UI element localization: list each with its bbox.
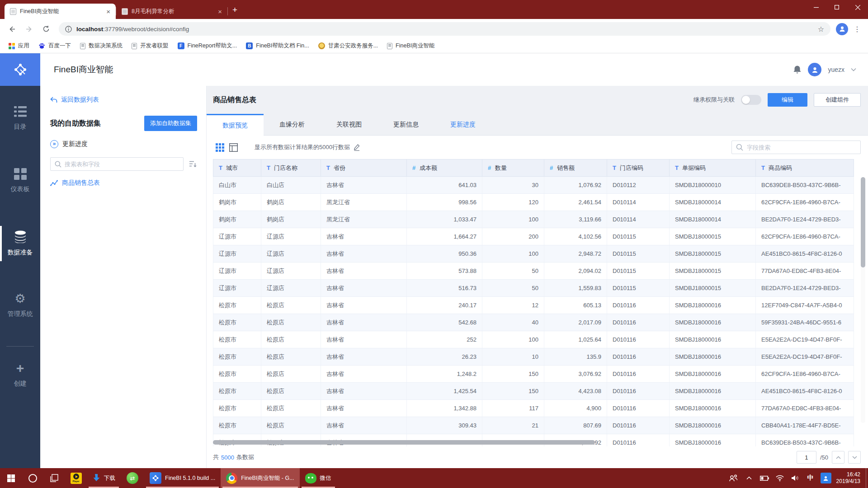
tray-expand-chevron[interactable] (741, 468, 757, 488)
edit-pencil-icon[interactable] (354, 144, 360, 151)
table-row[interactable]: 辽源市辽源店吉林省 516.73501,559.83 D010115SMDBJ1… (213, 280, 854, 297)
col-header-product-code[interactable]: T商品编码 (756, 160, 854, 177)
green-app-button[interactable]: ⇄ (121, 468, 144, 488)
user-avatar[interactable] (808, 63, 821, 76)
browser-tab-analysis[interactable]: 8月毛利异常分析 × (116, 4, 227, 19)
table-row[interactable]: 辽源市辽源店吉林省 573.88502,094.02 D010115SMDBJ1… (213, 263, 854, 280)
tab-lineage-analysis[interactable]: 血缘分析 (264, 114, 321, 135)
previous-page-button[interactable] (832, 451, 844, 464)
table-row[interactable]: 白山市白山店吉林省 641.03301,076.92 D010112SMDBJ1… (213, 177, 854, 194)
tab-relation-view[interactable]: 关联视图 (321, 114, 377, 135)
table-row[interactable]: 松原市松原店吉林省 26.2310135.9 D010116SMDBJ18000… (213, 348, 854, 366)
volume-icon[interactable] (788, 468, 803, 488)
browser-tab-finebi[interactable]: FineBI商业智能 × (5, 4, 116, 19)
table-row[interactable]: 松原市松原店吉林省 1,248.21503,076.92 D010116SMDB… (213, 366, 854, 383)
table-search-input[interactable] (65, 161, 179, 168)
col-header-cost[interactable]: #成本额 (407, 160, 482, 177)
bookmark-baidu[interactable]: 百度一下 (34, 40, 75, 52)
sidebar-item-create[interactable]: + 创建 (0, 362, 40, 388)
table-row[interactable]: 松原市松原店吉林省 240.1712605.13 D010116SMDBJ180… (213, 297, 854, 314)
page-number-input[interactable] (797, 451, 816, 464)
table-row[interactable]: 松原市松原店吉林省 1,425.541504,423.08 D010116SMD… (213, 383, 854, 400)
grid-view-icon[interactable] (213, 141, 226, 154)
table-row[interactable]: 松原市松原店吉林省 542.68402,017.09 D010116SMDBJ1… (213, 314, 854, 331)
sidebar-item-admin[interactable]: ⚙ 管理系统 (0, 293, 40, 318)
field-search-input[interactable] (747, 144, 856, 151)
col-header-store[interactable]: T门店名称 (261, 160, 321, 177)
col-header-city[interactable]: T城市 (213, 160, 261, 177)
table-row[interactable]: 松原市松原店吉林省 2521001,025.64 D010116SMDBJ180… (213, 331, 854, 348)
chevron-down-icon[interactable] (851, 68, 856, 71)
minimize-button[interactable] (806, 0, 826, 14)
add-dataset-button[interactable]: 添加自助数据集 (144, 116, 197, 131)
wifi-icon[interactable] (772, 468, 788, 488)
table-row[interactable]: 鹤岗市鹤岗店黑龙江省 1,033.471003,119.66 D010114SM… (213, 211, 854, 228)
tab-update-progress[interactable]: 更新进度 (434, 114, 491, 135)
bookmark-finereport-help[interactable]: F FineReport帮助文... (174, 40, 241, 52)
col-header-sales[interactable]: #销售额 (544, 160, 607, 177)
bookmark-developer[interactable]: 开发者联盟 (127, 40, 173, 52)
vertical-scrollbar[interactable] (861, 177, 865, 423)
address-bar[interactable]: localhost:37799/webroot/decision#config … (59, 22, 830, 36)
new-tab-button[interactable]: + (232, 5, 237, 15)
ime-indicator[interactable]: 中 (803, 468, 818, 488)
cortana-button[interactable] (22, 468, 43, 488)
edit-button[interactable]: 编辑 (768, 93, 807, 107)
sort-filter-icon[interactable] (189, 160, 197, 168)
next-page-button[interactable] (848, 451, 861, 464)
browser-profile-avatar[interactable] (836, 23, 848, 35)
close-tab-icon[interactable]: × (106, 8, 110, 15)
col-header-qty[interactable]: #数量 (482, 160, 544, 177)
table-row[interactable]: 松原市松原店吉林省 1,342.881174,900 D010116SMDBJ1… (213, 400, 854, 417)
taskbar-clock[interactable]: 16:42 2019/4/13 (834, 471, 866, 485)
finebi-desktop-button[interactable]: FineBI 5.1.0 build ... (144, 468, 221, 488)
start-button[interactable] (0, 468, 22, 488)
table-row[interactable]: 鹤岗市鹤岗店黑龙江省 998.561202,461.54 D010114SMDB… (213, 194, 854, 211)
media-player-button[interactable]: Player (65, 468, 87, 488)
battery-icon[interactable] (757, 468, 772, 488)
col-header-store-code[interactable]: T门店编码 (607, 160, 670, 177)
back-button[interactable] (5, 22, 19, 36)
bookmark-finebi-bi[interactable]: FineBI商业智能 (383, 40, 439, 52)
update-progress-link[interactable]: » 更新进度 (50, 140, 197, 148)
back-to-list-link[interactable]: 返回数据列表 (50, 96, 197, 104)
bookmark-apps[interactable]: 应用 (5, 40, 33, 52)
people-icon[interactable] (726, 468, 741, 488)
sidebar-item-data-prep[interactable]: 数据准备 (0, 230, 40, 257)
sidebar-item-dashboard[interactable]: 仪表板 (0, 168, 40, 193)
dataset-item-sales-table[interactable]: 商品销售总表 (50, 179, 197, 187)
table-row[interactable]: 辽源市辽源店吉林省 1,664.272004,102.56 D010115SMD… (213, 228, 854, 245)
close-window-button[interactable] (847, 0, 868, 14)
tray-messenger-icon[interactable] (818, 468, 834, 488)
col-header-doc-code[interactable]: T单据编码 (670, 160, 756, 177)
wechat-button[interactable]: 微信 (300, 468, 337, 488)
table-row[interactable]: 松原市松原店吉林省 309.4321807.69 D010116SMDBJ180… (213, 417, 854, 434)
show-desktop-button[interactable] (866, 468, 868, 488)
bookmark-decision-system[interactable]: 数据决策系统 (76, 40, 127, 52)
browser-menu-icon[interactable]: ⋮ (851, 25, 863, 33)
tab-data-preview[interactable]: 数据预览 (207, 114, 264, 136)
chrome-window-button[interactable]: FineBI商业智能 - G... (221, 468, 299, 488)
bookmark-star-icon[interactable]: ☆ (818, 25, 824, 33)
downloads-button[interactable]: 下载 (87, 468, 121, 488)
sidebar-item-catalog[interactable]: 目录 (0, 106, 40, 131)
tab-update-info[interactable]: 更新信息 (377, 114, 434, 135)
bookmark-finebi-help[interactable]: B FineBI帮助文档 Fin... (242, 40, 313, 52)
bookmark-gansu-police[interactable]: 甘肃公安政务服务... (314, 40, 382, 52)
field-search-box[interactable] (731, 141, 861, 154)
task-view-button[interactable] (43, 468, 65, 488)
inherit-permission-toggle[interactable] (741, 95, 761, 105)
table-search-box[interactable] (50, 157, 184, 171)
close-tab-icon[interactable]: × (218, 8, 222, 15)
horizontal-scrollbar[interactable] (213, 440, 850, 445)
create-component-button[interactable]: 创建组件 (814, 93, 861, 107)
table-row[interactable]: 辽源市辽源店吉林省 950.361002,948.72 D010115SMDBJ… (213, 245, 854, 263)
refresh-button[interactable] (39, 22, 53, 36)
maximize-button[interactable] (826, 0, 847, 14)
col-header-province[interactable]: T省份 (321, 160, 407, 177)
forward-button[interactable] (22, 22, 36, 36)
finebi-logo[interactable] (0, 53, 40, 86)
total-count[interactable]: 5000 (221, 454, 234, 461)
notification-bell-icon[interactable] (793, 65, 802, 74)
panel-view-icon[interactable] (226, 141, 240, 154)
